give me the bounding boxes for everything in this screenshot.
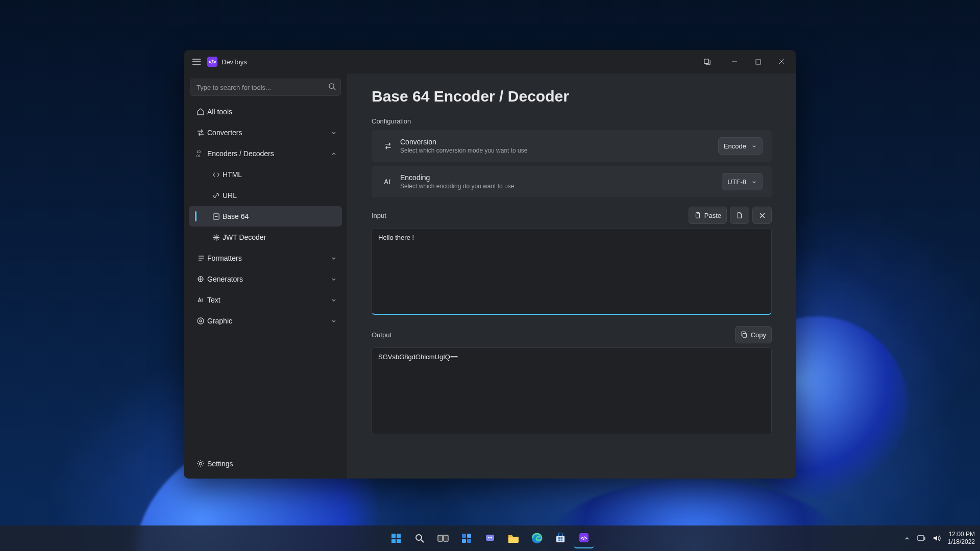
conversion-dropdown[interactable]: Encode [718, 137, 763, 155]
chevron-down-icon [331, 276, 337, 282]
svg-rect-3 [704, 59, 708, 63]
taskbar-start[interactable] [386, 528, 406, 548]
config-label: Configuration [372, 117, 772, 125]
chevron-down-icon [751, 143, 757, 149]
taskbar-devtoys[interactable]: </> [574, 528, 594, 548]
svg-text:10: 10 [197, 150, 201, 154]
jwt-icon [209, 234, 223, 241]
taskbar-search[interactable] [409, 528, 430, 548]
chevron-up-icon [331, 151, 337, 157]
pin-button[interactable] [695, 53, 719, 70]
tray-volume[interactable] [933, 535, 941, 542]
hamburger-icon [192, 59, 201, 65]
page-title: Base 64 Encoder / Decoder [372, 88, 772, 105]
encoding-dropdown[interactable]: UTF-8 [722, 173, 763, 190]
svg-point-39 [489, 537, 491, 539]
tray-clock[interactable]: 12:00 PM 1/18/2022 [948, 531, 975, 546]
svg-rect-26 [397, 534, 401, 538]
sidebar-item-generators[interactable]: Generators [189, 269, 342, 289]
chat-icon [484, 533, 496, 544]
sidebar-item-base64[interactable]: Base 64 [189, 206, 342, 227]
open-file-button[interactable] [730, 207, 749, 224]
swap-icon [381, 141, 395, 151]
taskbar-chat[interactable] [480, 528, 500, 548]
taskbar-widgets[interactable] [456, 528, 477, 548]
sidebar-item-label: Text [207, 296, 220, 304]
link-icon [209, 192, 223, 199]
svg-point-19 [200, 463, 202, 465]
search-input[interactable] [190, 79, 341, 96]
sidebar-item-label: HTML [223, 170, 242, 179]
svg-rect-36 [467, 539, 471, 543]
conversion-title: Conversion [400, 138, 527, 146]
svg-rect-28 [397, 539, 401, 543]
sidebar-item-label: Formatters [207, 254, 242, 262]
tray-network[interactable] [917, 535, 925, 542]
clear-button[interactable] [752, 207, 772, 224]
svg-point-8 [329, 84, 334, 88]
sidebar-item-label: URL [223, 191, 237, 199]
svg-text:01: 01 [197, 154, 201, 158]
sidebar-item-text[interactable]: Text [189, 290, 342, 310]
sparkle-icon [194, 275, 207, 283]
svg-text:</>: </> [580, 536, 587, 541]
sidebar-item-jwt[interactable]: JWT Decoder [189, 227, 342, 247]
taskbar-store[interactable] [550, 528, 571, 548]
devtoys-icon: </> [578, 532, 590, 543]
output-textarea[interactable] [372, 347, 772, 434]
devtoys-window: </> DevToys [184, 50, 796, 479]
sidebar-item-encoders[interactable]: 1001 Encoders / Decoders [189, 143, 342, 164]
sidebar-item-html[interactable]: HTML [189, 164, 342, 185]
sidebar-item-all-tools[interactable]: All tools [189, 102, 342, 122]
taskbar-edge[interactable] [527, 528, 547, 548]
base64-icon [209, 213, 223, 220]
store-icon [555, 533, 566, 544]
search-container [190, 79, 341, 96]
dropdown-value: Encode [724, 142, 746, 150]
sidebar-item-converters[interactable]: Converters [189, 122, 342, 143]
sidebar-item-label: All tools [207, 108, 232, 116]
paste-button[interactable]: Paste [689, 207, 727, 224]
content: Base 64 Encoder / Decoder Configuration … [347, 73, 796, 479]
swap-icon [194, 129, 207, 137]
svg-point-38 [488, 537, 489, 539]
sidebar: All tools Converters 1001 Encoders / Dec… [184, 73, 347, 479]
svg-rect-45 [558, 540, 560, 542]
svg-rect-42 [556, 536, 565, 542]
taskbar-taskview[interactable] [433, 528, 453, 548]
input-textarea[interactable] [372, 228, 772, 315]
edge-icon [531, 533, 543, 544]
image-icon [194, 317, 207, 325]
text-icon [194, 296, 207, 304]
svg-rect-43 [558, 537, 560, 539]
sidebar-item-settings[interactable]: Settings [189, 454, 342, 474]
maximize-button[interactable] [746, 53, 770, 70]
sidebar-item-graphic[interactable]: Graphic [189, 311, 342, 331]
copy-icon [741, 331, 748, 338]
folder-icon [507, 533, 520, 543]
app-logo-icon: </> [207, 57, 217, 67]
sidebar-item-url[interactable]: URL [189, 185, 342, 206]
svg-rect-25 [391, 534, 396, 538]
svg-rect-35 [462, 539, 466, 543]
conversion-subtitle: Select which conversion mode you want to… [400, 147, 527, 154]
pin-icon [703, 58, 711, 66]
sidebar-item-formatters[interactable]: Formatters [189, 248, 342, 268]
tray-overflow[interactable] [904, 535, 910, 541]
output-label: Output [372, 331, 391, 339]
copy-label: Copy [751, 331, 766, 339]
svg-line-9 [333, 88, 335, 90]
taskbar-explorer[interactable] [503, 528, 524, 548]
sidebar-item-label: Graphic [207, 317, 232, 325]
copy-button[interactable]: Copy [735, 326, 772, 343]
hamburger-button[interactable] [188, 53, 205, 70]
close-button[interactable] [770, 53, 793, 70]
input-label: Input [372, 212, 386, 219]
binary-icon: 1001 [194, 149, 207, 158]
minimize-icon [731, 59, 738, 65]
conversion-row: Conversion Select which conversion mode … [372, 130, 772, 162]
tray-date: 1/18/2022 [948, 538, 975, 546]
chevron-down-icon [331, 130, 337, 136]
clipboard-icon [694, 212, 701, 219]
minimize-button[interactable] [723, 53, 746, 70]
